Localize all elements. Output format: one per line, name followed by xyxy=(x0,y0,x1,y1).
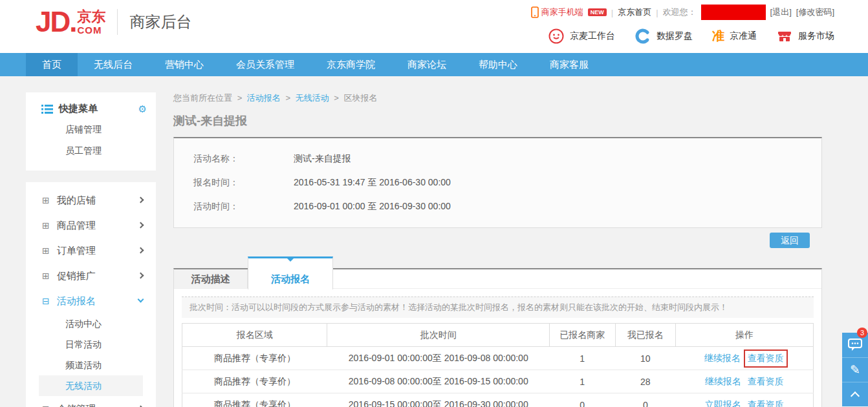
nav-item-merchant-forum[interactable]: 商家论坛 xyxy=(391,53,462,76)
continue-signup-link[interactable]: 继续报名 xyxy=(705,376,741,386)
signup-now-link[interactable]: 立即报名 xyxy=(705,399,741,407)
breadcrumb-link-activity-signup[interactable]: 活动报名 xyxy=(247,93,281,103)
merchant-backend-screen: JD. 京东 COM 商家后台 商家手机端 NEW | 京东首页 | 欢迎您： xyxy=(0,0,868,407)
back-button-row: 返回 xyxy=(173,233,822,248)
service-jingmai-label: 京麦工作台 xyxy=(570,30,615,42)
cell-my-signups: 0 xyxy=(615,393,676,407)
sidebar-item-order-management[interactable]: 订单管理 xyxy=(26,238,156,263)
chevron-down-icon xyxy=(138,297,144,303)
back-to-top-button[interactable] xyxy=(842,382,868,406)
service-jzt-label: 京准通 xyxy=(730,30,757,42)
expand-plus-icon xyxy=(42,271,50,280)
activity-name-label: 活动名称： xyxy=(193,152,294,165)
sidebar-item-activity-signup[interactable]: 活动报名 xyxy=(26,288,156,313)
service-jingmai[interactable]: 京麦工作台 xyxy=(548,28,615,45)
gear-icon[interactable]: ⚙ xyxy=(138,103,147,115)
nav-item-merchant-service[interactable]: 商家客服 xyxy=(534,53,605,76)
expand-plus-icon xyxy=(42,196,50,205)
nav-item-jd-academy[interactable]: 京东商学院 xyxy=(310,53,391,76)
tab-activity-signup[interactable]: 活动报名 xyxy=(248,256,333,289)
sidebar-item-label: 仓储管理 xyxy=(57,402,96,407)
app-title: 商家后台 xyxy=(129,12,191,32)
pen-icon: ✎ xyxy=(850,364,860,376)
cell-batch-time: 2016-09-01 00:00:00至 2016-09-08 00:00:00 xyxy=(327,347,550,370)
service-jzt[interactable]: 准 京准通 xyxy=(712,28,757,45)
feedback-button[interactable]: ✎ xyxy=(842,357,868,382)
service-market[interactable]: 服务市场 xyxy=(776,28,834,45)
chevron-right-icon xyxy=(138,247,144,254)
cell-signup-area: 商品推荐（专享价） xyxy=(182,347,327,370)
nav-item-help-center[interactable]: 帮助中心 xyxy=(462,53,534,76)
header-links-row: 商家手机端 NEW | 京东首页 | 欢迎您： [退出] [修改密码] xyxy=(526,4,834,21)
header-services-row: 京麦工作台 数据罗盘 准 京准通 服务市场 xyxy=(526,28,834,45)
back-button[interactable]: 返回 xyxy=(770,233,810,248)
merchant-mobile-label: 商家手机端 xyxy=(541,6,583,18)
chat-button[interactable]: 3 xyxy=(842,333,868,357)
annotation-highlight-box: 查看资质 xyxy=(744,350,788,368)
merchant-mobile-link[interactable]: 商家手机端 xyxy=(531,6,583,18)
breadcrumb-separator: > xyxy=(334,93,339,103)
activity-info-panel: 活动名称： 测试-来自提报 报名时间： 2016-05-31 19:47 至 2… xyxy=(173,137,822,228)
tabs-panel: 活动描述 活动报名 批次时间：活动可以以时间段的方式展示参与活动的素材！选择活动… xyxy=(173,268,822,407)
activity-time-value: 2016-09-01 00:00 至 2016-09-30 00:00 xyxy=(294,200,451,213)
expand-minus-icon xyxy=(42,297,50,306)
chevron-right-icon xyxy=(138,222,144,229)
separator: | xyxy=(611,8,613,17)
sidebar-subitem-wireless-activity[interactable]: 无线活动 xyxy=(39,375,143,396)
sidebar-item-promotion[interactable]: 促销推广 xyxy=(26,263,156,288)
cell-signup-area: 商品推荐（专享价） xyxy=(182,370,327,393)
chevron-right-icon xyxy=(138,273,144,279)
floating-toolbar: 3 ✎ xyxy=(842,333,868,406)
sidebar-item-my-shop[interactable]: 我的店铺 xyxy=(26,187,156,213)
sidebar-subitem-channel-activity[interactable]: 频道活动 xyxy=(26,355,156,375)
table-header-row: 报名区域 批次时间 已报名商家 我已报名 操作 xyxy=(182,324,814,347)
signup-time-value: 2016-05-31 19:47 至 2016-06-30 00:00 xyxy=(294,176,451,189)
activity-time-label: 活动时间： xyxy=(193,200,294,213)
tab-activity-description[interactable]: 活动描述 xyxy=(174,269,248,288)
view-qualification-link[interactable]: 查看资质 xyxy=(748,353,784,363)
chat-badge: 3 xyxy=(857,328,867,338)
activity-name-value: 测试-来自提报 xyxy=(294,152,351,165)
sidebar-item-product-management[interactable]: 商品管理 xyxy=(26,213,156,238)
sidebar-item-label: 我的店铺 xyxy=(57,194,96,206)
cell-actions: 立即报名查看资质 xyxy=(676,393,814,407)
quick-menu-title: 快捷菜单 xyxy=(59,103,98,115)
cell-signed-merchants: 1 xyxy=(550,370,616,393)
chevron-right-icon xyxy=(138,197,144,204)
logo[interactable]: JD. 京东 COM 商家后台 xyxy=(36,9,191,35)
cell-my-signups: 10 xyxy=(615,347,676,370)
breadcrumb-current: 区块报名 xyxy=(344,93,378,103)
change-password-link[interactable]: [修改密码] xyxy=(796,6,834,18)
separator: | xyxy=(656,8,658,17)
jd-logo-cn: 京东 xyxy=(77,10,105,24)
sidebar-subitem-daily-activity[interactable]: 日常活动 xyxy=(26,334,156,355)
jd-logo: JD. 京东 COM xyxy=(36,9,105,35)
quick-menu-item-staff-management[interactable]: 员工管理 xyxy=(26,140,156,162)
quick-menu-item-shop-management[interactable]: 店铺管理 xyxy=(26,119,156,140)
nav-item-member-management[interactable]: 会员关系管理 xyxy=(220,53,310,76)
table-row: 商品推荐（专享价） 2016-09-01 00:00:00至 2016-09-0… xyxy=(182,347,814,370)
jzt-icon: 准 xyxy=(712,28,724,45)
view-qualification-link[interactable]: 查看资质 xyxy=(748,376,784,386)
service-data-compass[interactable]: 数据罗盘 xyxy=(635,28,693,45)
batch-time-notice: 批次时间：活动可以以时间段的方式展示参与活动的素材！选择活动的某批次时间报名，报… xyxy=(182,297,814,318)
data-compass-icon xyxy=(635,28,651,45)
continue-signup-link[interactable]: 继续报名 xyxy=(704,353,741,363)
breadcrumb-link-wireless-activity[interactable]: 无线活动 xyxy=(296,93,329,103)
sidebar-subitem-activity-center[interactable]: 活动中心 xyxy=(26,313,156,334)
nav-item-home[interactable]: 首页 xyxy=(26,53,78,76)
header-right: 商家手机端 NEW | 京东首页 | 欢迎您： [退出] [修改密码] 京麦工作… xyxy=(526,4,834,45)
cell-actions: 继续报名查看资质 xyxy=(676,370,814,393)
nav-item-marketing-center[interactable]: 营销中心 xyxy=(149,53,220,76)
jd-home-link[interactable]: 京东首页 xyxy=(618,6,651,18)
breadcrumb-separator: > xyxy=(237,93,243,103)
tab-content: 批次时间：活动可以以时间段的方式展示参与活动的素材！选择活动的某批次时间报名，报… xyxy=(174,289,821,407)
nav-item-wireless-backend[interactable]: 无线后台 xyxy=(78,53,149,76)
logout-link[interactable]: [退出] xyxy=(770,6,792,18)
sidebar-item-warehouse-management[interactable]: 仓储管理 xyxy=(26,396,156,407)
col-header-signed-merchants: 已报名商家 xyxy=(550,324,616,347)
cell-signed-merchants: 1 xyxy=(550,347,616,370)
service-data-compass-label: 数据罗盘 xyxy=(656,30,693,42)
view-qualification-link[interactable]: 查看资质 xyxy=(748,399,784,407)
new-badge: NEW xyxy=(588,8,607,16)
